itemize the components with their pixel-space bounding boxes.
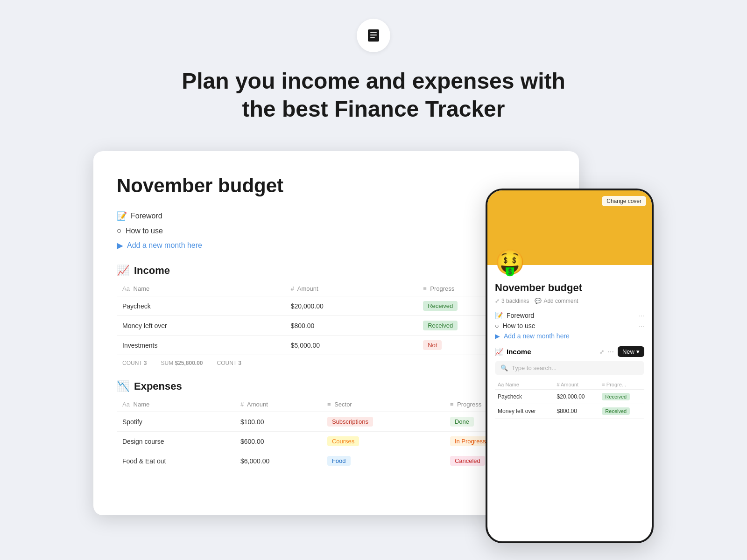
exp-row-name: Design course <box>117 432 235 451</box>
row-amount: $800.00 <box>285 316 417 336</box>
exp-col-name: Aa Name <box>117 397 235 412</box>
row-name: Investments <box>117 336 285 355</box>
mobile-nav-foreword[interactable]: 📝 Foreword ··· <box>495 312 644 319</box>
how-to-use-icon: ○ <box>117 226 122 236</box>
add-month-icon: ▶ <box>117 240 123 251</box>
mobile-row-money-left-amount: $800.00 <box>554 404 599 419</box>
income-count: COUNT 3 <box>122 360 147 366</box>
scene: November budget 📝 Foreword ○ How to use … <box>93 151 654 534</box>
mobile-col-amount: # Amount <box>554 380 599 390</box>
mobile-row-money-left: Money left over <box>495 404 554 419</box>
mobile-expand-icon[interactable]: ⤢ <box>599 349 604 355</box>
exp-row-sector: Courses <box>322 432 444 451</box>
income-emoji-icon: 📈 <box>117 265 129 277</box>
foreword-icon: 📝 <box>117 211 127 221</box>
mobile-meta: ⤢ 3 backlinks 💬 Add comment <box>495 298 644 304</box>
mobile-nav-dots-foreword[interactable]: ··· <box>639 312 644 319</box>
mobile-row-paycheck-amount: $20,000.00 <box>554 390 599 404</box>
mobile-col-name: Aa Name <box>495 380 554 390</box>
mobile-how-to-use-icon: ○ <box>495 322 499 329</box>
mobile-row-paycheck: Paycheck <box>495 390 554 404</box>
exp-row-name: Food & Eat out <box>117 451 235 471</box>
nav-label-how-to-use: How to use <box>126 227 163 235</box>
mobile-section-actions: ⤢ ··· New ▾ <box>599 346 644 357</box>
mobile-nav-add-month[interactable]: ▶ Add a new month here <box>495 332 644 340</box>
new-btn-arrow-icon: ▾ <box>636 348 640 355</box>
mobile-more-icon[interactable]: ··· <box>608 348 614 356</box>
exp-row-amount: $6,000.00 <box>235 451 322 471</box>
exp-row-amount: $100.00 <box>235 412 322 432</box>
expenses-title: 📉 Expenses <box>117 380 182 392</box>
mobile-search-bar[interactable]: 🔍 Type to search... <box>495 361 644 375</box>
income-sum: SUM $25,800.00 <box>161 360 203 366</box>
income-title: 📈 Income <box>117 265 170 277</box>
comment-icon: 💬 <box>535 298 542 304</box>
notion-logo <box>357 19 390 52</box>
mobile-income-header: 📈 Income ⤢ ··· New ▾ <box>495 346 644 357</box>
income-col-name: Aa Name <box>117 281 285 296</box>
row-amount: $20,000.00 <box>285 296 417 316</box>
mobile-table-row: Money left over $800.00 Received <box>495 404 644 419</box>
income-count2: COUNT 3 <box>217 360 241 366</box>
exp-col-amount: # Amount <box>235 397 322 412</box>
mobile-search-icon: 🔍 <box>500 364 508 371</box>
exp-row-sector: Subscriptions <box>322 412 444 432</box>
expenses-emoji-icon: 📉 <box>117 380 129 392</box>
mobile-income-emoji: 📈 <box>495 348 504 356</box>
row-name: Paycheck <box>117 296 285 316</box>
row-amount: $5,000.00 <box>285 336 417 355</box>
change-cover-button[interactable]: Change cover <box>602 196 646 206</box>
mobile-nav-how-to-use[interactable]: ○ How to use ··· <box>495 322 644 329</box>
mobile-foreword-icon: 📝 <box>495 312 503 319</box>
exp-col-sector: ≡ Sector <box>322 397 444 412</box>
backlinks[interactable]: ⤢ 3 backlinks <box>495 298 529 304</box>
mobile-col-progress: ≡ Progre... <box>599 380 644 390</box>
mobile-income-table: Aa Name # Amount ≡ Progre... Paycheck $2… <box>495 380 644 419</box>
exp-row-amount: $600.00 <box>235 432 322 451</box>
mobile-add-month-icon: ▶ <box>495 332 500 340</box>
mobile-row-paycheck-badge: Received <box>599 390 644 404</box>
add-comment[interactable]: 💬 Add comment <box>535 298 578 304</box>
nav-label-add-month: Add a new month here <box>127 241 202 250</box>
exp-row-sector: Food <box>322 451 444 471</box>
mobile-nav-dots-how-to-use[interactable]: ··· <box>639 322 644 329</box>
mobile-page-title: November budget <box>495 282 644 294</box>
mobile-row-money-left-badge: Received <box>599 404 644 419</box>
exp-row-name: Spotify <box>117 412 235 432</box>
mobile-content: November budget ⤢ 3 backlinks 💬 Add comm… <box>487 265 652 426</box>
nav-label-foreword: Foreword <box>131 212 162 220</box>
row-name: Money left over <box>117 316 285 336</box>
mobile-card: Change cover 🤑 November budget ⤢ 3 backl… <box>486 189 654 543</box>
mobile-cover: Change cover 🤑 <box>487 190 652 265</box>
mobile-new-button[interactable]: New ▾ <box>618 346 644 357</box>
cover-emoji-icon: 🤑 <box>495 250 525 274</box>
hero-title: Plan you income and expenses with the be… <box>182 67 565 123</box>
mobile-nav: 📝 Foreword ··· ○ How to use ··· ▶ Add a … <box>495 312 644 340</box>
income-col-amount: # Amount <box>285 281 417 296</box>
backlinks-icon: ⤢ <box>495 298 500 304</box>
mobile-income-title: 📈 Income <box>495 348 531 356</box>
mobile-table-row: Paycheck $20,000.00 Received <box>495 390 644 404</box>
